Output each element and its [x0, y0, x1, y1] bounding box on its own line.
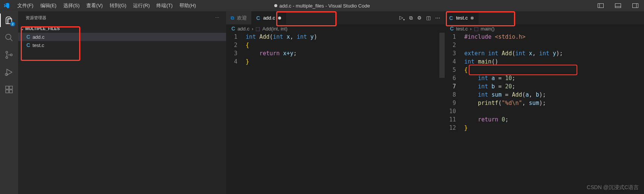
svg-rect-15 — [9, 90, 12, 93]
line-number: 9 — [445, 99, 456, 107]
tabs-1: ⧉ 欢迎 C add.c ▷▾ ⧉ ⚙ ◫ ⋯ — [226, 11, 445, 24]
menu-file[interactable]: 文件(F) — [14, 1, 37, 11]
svg-rect-13 — [9, 86, 12, 89]
window-controls — [592, 0, 644, 11]
c-file-icon: C — [449, 15, 453, 21]
svg-rect-12 — [6, 86, 9, 89]
tab-label: test.c — [456, 15, 468, 21]
svg-line-7 — [10, 39, 12, 41]
layout-right-icon[interactable] — [627, 0, 644, 11]
explorer-title: 资源管理器 — [26, 15, 46, 21]
svg-point-8 — [6, 52, 8, 53]
editor-group-1: ⧉ 欢迎 C add.c ▷▾ ⧉ ⚙ ◫ ⋯ C add.c › ⬚ Add(… — [226, 11, 445, 194]
folder-header[interactable]: ⌄ MULTIPLE_FILES — [18, 24, 226, 33]
svg-point-11 — [5, 73, 8, 76]
explorer-header: 资源管理器 ⋯ — [18, 11, 226, 24]
file-item-add-c[interactable]: C add.c — [18, 33, 226, 41]
line-number: 12 — [445, 124, 456, 132]
line-number: 3 — [226, 49, 237, 58]
menu-go[interactable]: 转到(G) — [107, 1, 130, 11]
explorer-icon[interactable]: 2 — [4, 15, 14, 26]
line-number: 7 — [445, 82, 456, 91]
breadcrumb[interactable]: C test.c › ⬚ main() — [445, 24, 644, 33]
run-icon[interactable]: ▷▾ — [399, 15, 405, 21]
chevron-down-icon: ⌄ — [20, 26, 24, 31]
line-number: 2 — [226, 41, 237, 49]
code-area[interactable]: int Add(int x, int y) { return x+y; } — [244, 33, 445, 194]
svg-rect-2 — [615, 4, 621, 8]
activity-bar: 2 — [0, 11, 18, 194]
code-area[interactable]: #include <stdio.h> extern int Add(int x,… — [463, 33, 644, 194]
vscode-logo-icon: ⧉ — [231, 15, 234, 21]
line-number: 4 — [445, 58, 456, 66]
line-number: 5 — [445, 66, 456, 74]
line-number: 6 — [445, 74, 456, 82]
c-file-icon: C — [26, 34, 30, 40]
watermark: CSDN @沉浸式C语言 — [587, 184, 639, 191]
menu-terminal[interactable]: 终端(T) — [153, 1, 176, 11]
line-number: 1 — [445, 33, 456, 41]
split-editor-icon[interactable]: ◫ — [426, 15, 431, 21]
window-title: add.c - multiple_files - Visual Studio C… — [274, 3, 370, 9]
line-number: 10 — [445, 107, 456, 115]
c-file-icon: C — [231, 26, 235, 32]
c-file-icon: C — [450, 26, 454, 32]
symbol-icon: ⬚ — [474, 26, 479, 32]
menu-help[interactable]: 帮助(H) — [176, 1, 199, 11]
run-debug-icon[interactable] — [4, 67, 14, 77]
dirty-dot-icon — [274, 4, 277, 7]
file-item-test-c[interactable]: C test.c — [18, 41, 226, 49]
chevron-right-icon: › — [470, 26, 471, 32]
editor-add-c[interactable]: 1 2 3 4 int Add(int x, int y) { return x… — [226, 33, 445, 194]
svg-rect-4 — [633, 4, 638, 8]
extensions-icon[interactable] — [4, 84, 14, 95]
titlebar: 文件(F) 编辑(E) 选择(S) 查看(V) 转到(G) 运行(R) 终端(T… — [0, 0, 644, 11]
tab-test-c[interactable]: C test.c — [445, 11, 479, 24]
tab-actions: ▷▾ ⧉ ⚙ ◫ ⋯ — [399, 11, 445, 24]
line-number: 4 — [226, 58, 237, 66]
svg-point-9 — [6, 57, 8, 59]
window-title-text: add.c - multiple_files - Visual Studio C… — [279, 3, 370, 9]
scrollbar[interactable] — [439, 33, 445, 78]
c-file-icon: C — [26, 42, 30, 48]
breadcrumb-symbol: Add(int, int) — [262, 26, 287, 32]
tab-label: add.c — [263, 15, 275, 21]
more-icon[interactable]: ⋯ — [435, 15, 440, 21]
line-number: 1 — [226, 33, 237, 41]
c-file-icon: C — [256, 15, 260, 21]
menu-view[interactable]: 查看(V) — [83, 1, 106, 11]
dirty-dot-icon — [278, 17, 281, 20]
editor-group-2: C test.c C test.c › ⬚ main() 1 2 3 4 5 6… — [445, 11, 644, 194]
explorer-sidebar: 资源管理器 ⋯ ⌄ MULTIPLE_FILES C add.c C test.… — [18, 11, 226, 194]
more-actions-icon[interactable]: ⋯ — [215, 15, 220, 20]
layout-left-icon[interactable] — [592, 0, 609, 11]
line-number: 8 — [445, 91, 456, 99]
menu-edit[interactable]: 编辑(E) — [37, 1, 60, 11]
layout-bottom-icon[interactable] — [609, 0, 627, 11]
symbol-icon: ⬚ — [255, 26, 260, 32]
gear-icon[interactable]: ⚙ — [417, 15, 422, 21]
breadcrumb[interactable]: C add.c › ⬚ Add(int, int) — [226, 24, 445, 33]
breadcrumb-file: test.c — [456, 26, 468, 32]
folder-name: MULTIPLE_FILES — [25, 26, 60, 31]
breadcrumb-file: add.c — [237, 26, 249, 32]
line-number: 11 — [445, 115, 456, 124]
menu-selection[interactable]: 选择(S) — [60, 1, 83, 11]
file-label: test.c — [32, 42, 44, 48]
line-number: 3 — [445, 49, 456, 58]
menu-run[interactable]: 运行(R) — [130, 1, 153, 11]
svg-rect-14 — [6, 90, 9, 93]
tab-add-c[interactable]: C add.c — [252, 11, 286, 24]
search-icon[interactable] — [4, 32, 14, 43]
file-label: add.c — [32, 34, 44, 40]
line-number: 2 — [445, 41, 456, 49]
gutter: 1 2 3 4 5 6 7 8 9 10 11 12 — [445, 33, 463, 194]
tab-welcome[interactable]: ⧉ 欢迎 — [226, 11, 252, 24]
svg-rect-0 — [598, 4, 604, 8]
editor-test-c[interactable]: 1 2 3 4 5 6 7 8 9 10 11 12 #include <std… — [445, 33, 644, 194]
split-compare-icon[interactable]: ⧉ — [409, 15, 413, 21]
menu-bar: 文件(F) 编辑(E) 选择(S) 查看(V) 转到(G) 运行(R) 终端(T… — [14, 1, 199, 11]
chevron-right-icon: › — [252, 26, 253, 32]
source-control-icon[interactable] — [4, 50, 14, 60]
explorer-badge: 2 — [10, 22, 15, 26]
